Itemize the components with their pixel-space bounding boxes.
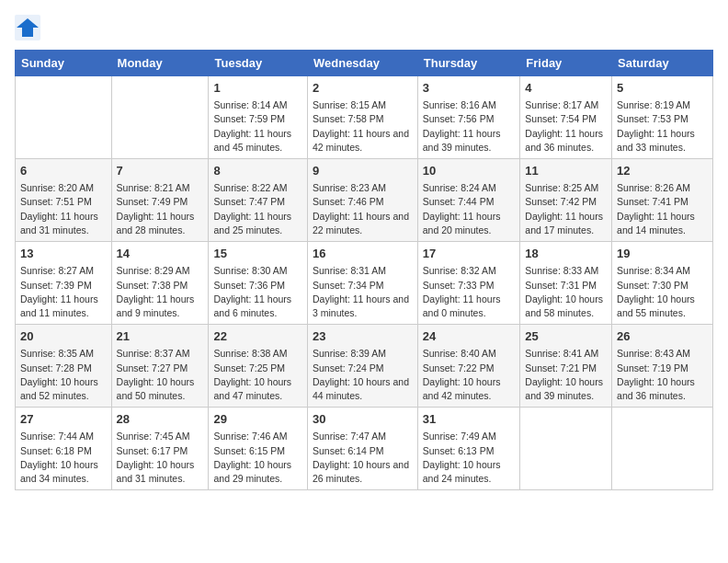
day-info: Sunrise: 8:30 AM Sunset: 7:36 PM Dayligh… xyxy=(213,264,302,320)
week-row-5: 27Sunrise: 7:44 AM Sunset: 6:18 PM Dayli… xyxy=(16,408,713,490)
logo-icon xyxy=(15,15,40,40)
day-number: 29 xyxy=(213,411,302,428)
day-info: Sunrise: 8:39 AM Sunset: 7:24 PM Dayligh… xyxy=(313,347,413,403)
header-cell-sunday: Sunday xyxy=(16,51,112,76)
day-cell-8: 8Sunrise: 8:22 AM Sunset: 7:47 PM Daylig… xyxy=(209,159,308,242)
day-info: Sunrise: 8:14 AM Sunset: 7:59 PM Dayligh… xyxy=(213,98,302,155)
day-number: 7 xyxy=(117,163,204,179)
day-cell-2: 2Sunrise: 8:15 AM Sunset: 7:58 PM Daylig… xyxy=(307,76,417,159)
day-number: 10 xyxy=(423,163,516,179)
day-number: 12 xyxy=(617,163,708,179)
week-row-4: 20Sunrise: 8:35 AM Sunset: 7:28 PM Dayli… xyxy=(16,325,713,408)
day-info: Sunrise: 8:40 AM Sunset: 7:22 PM Dayligh… xyxy=(423,347,516,403)
day-info: Sunrise: 7:47 AM Sunset: 6:14 PM Dayligh… xyxy=(313,430,413,486)
day-cell-9: 9Sunrise: 8:23 AM Sunset: 7:46 PM Daylig… xyxy=(307,159,417,242)
day-info: Sunrise: 8:19 AM Sunset: 7:53 PM Dayligh… xyxy=(617,98,708,155)
day-info: Sunrise: 8:17 AM Sunset: 7:54 PM Dayligh… xyxy=(525,98,607,155)
day-info: Sunrise: 8:32 AM Sunset: 7:33 PM Dayligh… xyxy=(423,264,516,320)
header-cell-tuesday: Tuesday xyxy=(209,51,308,76)
day-cell-12: 12Sunrise: 8:26 AM Sunset: 7:41 PM Dayli… xyxy=(612,159,713,242)
day-number: 19 xyxy=(617,246,708,262)
day-info: Sunrise: 8:16 AM Sunset: 7:56 PM Dayligh… xyxy=(423,98,516,155)
header-cell-saturday: Saturday xyxy=(612,51,713,76)
empty-cell xyxy=(612,408,713,490)
day-number: 30 xyxy=(313,411,413,428)
day-cell-11: 11Sunrise: 8:25 AM Sunset: 7:42 PM Dayli… xyxy=(520,159,612,242)
day-cell-26: 26Sunrise: 8:43 AM Sunset: 7:19 PM Dayli… xyxy=(612,325,713,408)
day-number: 8 xyxy=(213,163,302,179)
empty-cell xyxy=(111,76,209,159)
day-cell-30: 30Sunrise: 7:47 AM Sunset: 6:14 PM Dayli… xyxy=(307,408,417,490)
day-info: Sunrise: 8:23 AM Sunset: 7:46 PM Dayligh… xyxy=(313,181,413,237)
day-info: Sunrise: 8:34 AM Sunset: 7:30 PM Dayligh… xyxy=(617,264,708,320)
day-info: Sunrise: 8:35 AM Sunset: 7:28 PM Dayligh… xyxy=(20,347,107,403)
day-info: Sunrise: 7:49 AM Sunset: 6:13 PM Dayligh… xyxy=(423,430,516,486)
day-number: 11 xyxy=(525,163,607,179)
day-cell-21: 21Sunrise: 8:37 AM Sunset: 7:27 PM Dayli… xyxy=(111,325,209,408)
day-cell-29: 29Sunrise: 7:46 AM Sunset: 6:15 PM Dayli… xyxy=(209,408,308,490)
day-info: Sunrise: 7:45 AM Sunset: 6:17 PM Dayligh… xyxy=(117,430,204,486)
day-cell-7: 7Sunrise: 8:21 AM Sunset: 7:49 PM Daylig… xyxy=(111,159,209,242)
day-info: Sunrise: 8:24 AM Sunset: 7:44 PM Dayligh… xyxy=(423,181,516,237)
day-number: 20 xyxy=(20,328,107,345)
day-cell-14: 14Sunrise: 8:29 AM Sunset: 7:38 PM Dayli… xyxy=(111,242,209,325)
day-number: 27 xyxy=(20,411,107,428)
header-cell-thursday: Thursday xyxy=(417,51,520,76)
day-number: 4 xyxy=(525,80,607,97)
day-number: 17 xyxy=(423,246,516,262)
day-number: 18 xyxy=(525,246,607,262)
day-cell-5: 5Sunrise: 8:19 AM Sunset: 7:53 PM Daylig… xyxy=(612,76,713,159)
day-info: Sunrise: 8:21 AM Sunset: 7:49 PM Dayligh… xyxy=(117,181,204,237)
day-cell-25: 25Sunrise: 8:41 AM Sunset: 7:21 PM Dayli… xyxy=(520,325,612,408)
day-cell-4: 4Sunrise: 8:17 AM Sunset: 7:54 PM Daylig… xyxy=(520,76,612,159)
day-info: Sunrise: 8:15 AM Sunset: 7:58 PM Dayligh… xyxy=(313,98,413,155)
day-info: Sunrise: 8:43 AM Sunset: 7:19 PM Dayligh… xyxy=(617,347,708,403)
day-cell-15: 15Sunrise: 8:30 AM Sunset: 7:36 PM Dayli… xyxy=(209,242,308,325)
day-cell-20: 20Sunrise: 8:35 AM Sunset: 7:28 PM Dayli… xyxy=(16,325,112,408)
logo xyxy=(15,15,44,40)
day-info: Sunrise: 8:26 AM Sunset: 7:41 PM Dayligh… xyxy=(617,181,708,237)
empty-cell xyxy=(520,408,612,490)
day-cell-19: 19Sunrise: 8:34 AM Sunset: 7:30 PM Dayli… xyxy=(612,242,713,325)
day-number: 31 xyxy=(423,411,516,428)
day-info: Sunrise: 8:27 AM Sunset: 7:39 PM Dayligh… xyxy=(20,264,107,320)
day-cell-16: 16Sunrise: 8:31 AM Sunset: 7:34 PM Dayli… xyxy=(307,242,417,325)
day-info: Sunrise: 8:29 AM Sunset: 7:38 PM Dayligh… xyxy=(117,264,204,320)
day-info: Sunrise: 8:20 AM Sunset: 7:51 PM Dayligh… xyxy=(20,181,107,237)
header-cell-monday: Monday xyxy=(111,51,209,76)
day-cell-18: 18Sunrise: 8:33 AM Sunset: 7:31 PM Dayli… xyxy=(520,242,612,325)
day-info: Sunrise: 8:38 AM Sunset: 7:25 PM Dayligh… xyxy=(213,347,302,403)
day-number: 3 xyxy=(423,80,516,97)
day-info: Sunrise: 8:37 AM Sunset: 7:27 PM Dayligh… xyxy=(117,347,204,403)
day-cell-10: 10Sunrise: 8:24 AM Sunset: 7:44 PM Dayli… xyxy=(417,159,520,242)
day-cell-27: 27Sunrise: 7:44 AM Sunset: 6:18 PM Dayli… xyxy=(16,408,112,490)
day-cell-31: 31Sunrise: 7:49 AM Sunset: 6:13 PM Dayli… xyxy=(417,408,520,490)
day-info: Sunrise: 8:31 AM Sunset: 7:34 PM Dayligh… xyxy=(313,264,413,320)
week-row-2: 6Sunrise: 8:20 AM Sunset: 7:51 PM Daylig… xyxy=(16,159,713,242)
day-number: 2 xyxy=(313,80,413,97)
header-cell-friday: Friday xyxy=(520,51,612,76)
day-number: 9 xyxy=(313,163,413,179)
day-number: 1 xyxy=(213,80,302,97)
week-row-3: 13Sunrise: 8:27 AM Sunset: 7:39 PM Dayli… xyxy=(16,242,713,325)
header-cell-wednesday: Wednesday xyxy=(307,51,417,76)
day-number: 13 xyxy=(20,246,107,262)
day-number: 21 xyxy=(117,328,204,345)
day-cell-23: 23Sunrise: 8:39 AM Sunset: 7:24 PM Dayli… xyxy=(307,325,417,408)
calendar-table: SundayMondayTuesdayWednesdayThursdayFrid… xyxy=(15,50,713,490)
day-cell-6: 6Sunrise: 8:20 AM Sunset: 7:51 PM Daylig… xyxy=(16,159,112,242)
day-info: Sunrise: 8:41 AM Sunset: 7:21 PM Dayligh… xyxy=(525,347,607,403)
day-cell-22: 22Sunrise: 8:38 AM Sunset: 7:25 PM Dayli… xyxy=(209,325,308,408)
day-number: 15 xyxy=(213,246,302,262)
day-cell-17: 17Sunrise: 8:32 AM Sunset: 7:33 PM Dayli… xyxy=(417,242,520,325)
empty-cell xyxy=(16,76,112,159)
page-header xyxy=(15,15,713,40)
day-number: 6 xyxy=(20,163,107,179)
day-info: Sunrise: 8:22 AM Sunset: 7:47 PM Dayligh… xyxy=(213,181,302,237)
day-number: 26 xyxy=(617,328,708,345)
day-number: 5 xyxy=(617,80,708,97)
day-info: Sunrise: 8:33 AM Sunset: 7:31 PM Dayligh… xyxy=(525,264,607,320)
day-number: 14 xyxy=(117,246,204,262)
day-cell-28: 28Sunrise: 7:45 AM Sunset: 6:17 PM Dayli… xyxy=(111,408,209,490)
day-cell-3: 3Sunrise: 8:16 AM Sunset: 7:56 PM Daylig… xyxy=(417,76,520,159)
